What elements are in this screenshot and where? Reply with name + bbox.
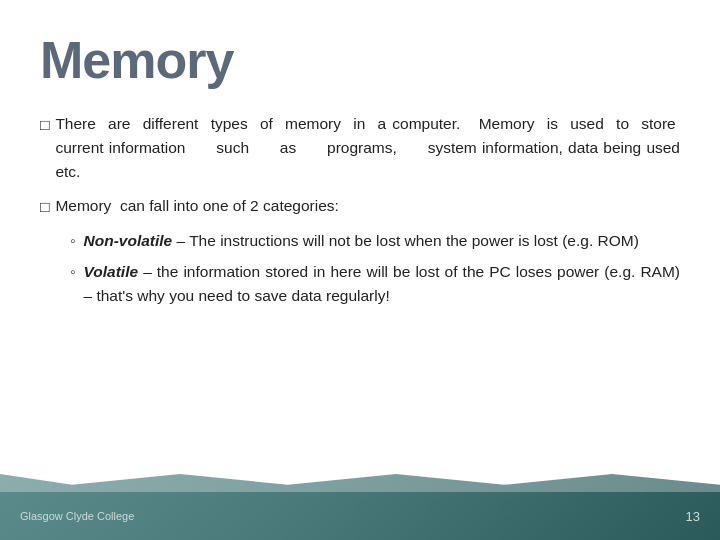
sub-bullet-2: ◦ [70,260,76,284]
sub-item-2: ◦ Volatile – the information stored in h… [70,260,680,308]
footer-wave [0,474,720,492]
sub-item-1: ◦ Non-volatile – The instructions will n… [70,229,680,253]
volatile-label: Volatile [84,263,139,280]
bullet-text-1: There are different types of memory in a… [55,112,680,184]
sub-text-1: Non-volatile – The instructions will not… [84,229,681,253]
bullet-symbol-1: □ [40,113,49,137]
sub-list: ◦ Non-volatile – The instructions will n… [70,229,680,308]
sub-text-2: Volatile – the information stored in her… [84,260,681,308]
footer-college-name: Glasgow Clyde College [20,510,134,522]
bullet-symbol-2: □ [40,195,49,219]
page-title: Memory [40,30,680,90]
slide: Memory □ There are different types of me… [0,0,720,540]
footer: Glasgow Clyde College 13 [0,492,720,540]
bullet-2: □ Memory can fall into one of 2 categori… [40,194,680,219]
content-area: □ There are different types of memory in… [40,112,680,308]
non-volatile-label: Non-volatile [84,232,173,249]
bullet-text-2: Memory can fall into one of 2 categories… [55,194,680,218]
sub-bullet-1: ◦ [70,229,76,253]
footer-page-number: 13 [686,509,700,524]
bullet-1: □ There are different types of memory in… [40,112,680,184]
